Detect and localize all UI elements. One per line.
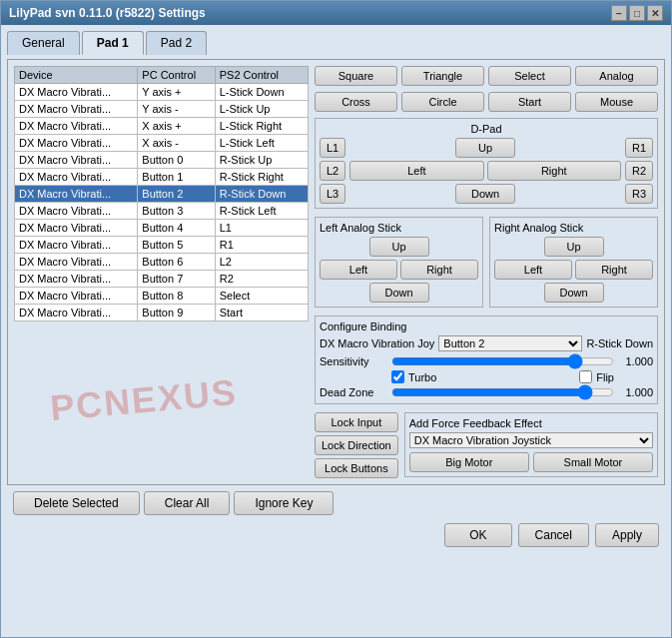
deadzone-slider[interactable] bbox=[391, 385, 614, 399]
col-ps2: PS2 Control bbox=[215, 67, 308, 84]
table-cell-device: DX Macro Vibrati... bbox=[15, 203, 138, 220]
left-analog-up[interactable]: Up bbox=[369, 237, 429, 257]
col-device: Device bbox=[15, 67, 138, 84]
lock-buttons-button[interactable]: Lock Buttons bbox=[315, 458, 398, 478]
dpad-down-button[interactable]: Down bbox=[455, 184, 515, 204]
table-cell-pc: Y axis + bbox=[138, 84, 215, 101]
col-pc: PC Control bbox=[138, 67, 215, 84]
table-row[interactable]: DX Macro Vibrati...Button 4L1 bbox=[15, 220, 309, 237]
delete-selected-button[interactable]: Delete Selected bbox=[13, 491, 140, 515]
right-analog-right[interactable]: Right bbox=[575, 260, 653, 280]
apply-button[interactable]: Apply bbox=[595, 523, 659, 547]
dpad-center: Up Left Right Down bbox=[349, 138, 621, 204]
table-row[interactable]: DX Macro Vibrati...Y axis -L-Stick Up bbox=[15, 101, 309, 118]
left-analog-label: Left Analog Stick bbox=[320, 222, 478, 234]
turbo-label: Turbo bbox=[408, 371, 436, 383]
table-cell-ps2: R-Stick Left bbox=[215, 203, 308, 220]
minimize-button[interactable]: − bbox=[611, 5, 627, 21]
small-motor-button[interactable]: Small Motor bbox=[533, 452, 653, 472]
table-row[interactable]: DX Macro Vibrati...Button 3R-Stick Left bbox=[15, 203, 309, 220]
select-button[interactable]: Select bbox=[488, 66, 571, 86]
maximize-button[interactable]: □ bbox=[629, 5, 645, 21]
dpad-outer: L1 L2 L3 Up Left Right bbox=[320, 138, 653, 204]
right-analog-down[interactable]: Down bbox=[544, 283, 604, 303]
dpad-left-button[interactable]: Left bbox=[349, 161, 483, 181]
table-row[interactable]: DX Macro Vibrati...Button 9Start bbox=[15, 305, 309, 321]
ok-button[interactable]: OK bbox=[444, 523, 511, 547]
lock-direction-button[interactable]: Lock Direction bbox=[315, 435, 398, 455]
table-row[interactable]: DX Macro Vibrati...Button 0R-Stick Up bbox=[15, 152, 309, 169]
right-analog-up[interactable]: Up bbox=[544, 237, 604, 257]
analog-row: Left Analog Stick Up Left Right Down bbox=[315, 217, 658, 308]
table-cell-device: DX Macro Vibrati... bbox=[15, 169, 138, 186]
table-cell-device: DX Macro Vibrati... bbox=[15, 118, 138, 135]
left-analog-section: Left Analog Stick Up Left Right Down bbox=[315, 217, 483, 308]
main-content: Device PC Control PS2 Control DX Macro V… bbox=[7, 59, 665, 485]
table-row[interactable]: DX Macro Vibrati...Button 1R-Stick Right bbox=[15, 169, 309, 186]
big-motor-button[interactable]: Big Motor bbox=[409, 452, 529, 472]
dpad-lr-row: Left Right bbox=[349, 161, 621, 181]
dpad-right-button[interactable]: Right bbox=[487, 161, 621, 181]
left-analog-down[interactable]: Down bbox=[369, 283, 429, 303]
cancel-button[interactable]: Cancel bbox=[518, 523, 589, 547]
flip-checkbox[interactable] bbox=[579, 370, 592, 383]
l1-button[interactable]: L1 bbox=[320, 138, 345, 158]
table-row[interactable]: DX Macro Vibrati...Button 7R2 bbox=[15, 271, 309, 288]
left-analog-down-wrap: Down bbox=[320, 283, 478, 303]
tab-general[interactable]: General bbox=[7, 31, 80, 55]
table-row[interactable]: DX Macro Vibrati...Button 8Select bbox=[15, 288, 309, 305]
table-cell-ps2: R-Stick Up bbox=[215, 152, 308, 169]
table-cell-device: DX Macro Vibrati... bbox=[15, 152, 138, 169]
lock-input-button[interactable]: Lock Input bbox=[315, 412, 398, 432]
table-cell-device: DX Macro Vibrati... bbox=[15, 220, 138, 237]
circle-button[interactable]: Circle bbox=[401, 92, 484, 112]
left-analog-lr: Left Right bbox=[320, 260, 478, 280]
close-button[interactable]: ✕ bbox=[647, 5, 663, 21]
cross-button[interactable]: Cross bbox=[315, 92, 397, 112]
bottom-action-row: Delete Selected Clear All Ignore Key bbox=[7, 485, 665, 519]
table-row[interactable]: DX Macro Vibrati...Button 6L2 bbox=[15, 254, 309, 271]
ignore-key-button[interactable]: Ignore Key bbox=[234, 491, 334, 515]
window-title: LilyPad svn 0.11.0 (r5822) Settings bbox=[9, 6, 206, 20]
l2-button[interactable]: L2 bbox=[320, 161, 345, 181]
table-cell-device: DX Macro Vibrati... bbox=[15, 135, 138, 152]
right-analog-label: Right Analog Stick bbox=[494, 222, 653, 234]
pad-buttons-row1: Square Triangle Select Analog bbox=[315, 66, 658, 86]
analog-button[interactable]: Analog bbox=[575, 66, 658, 86]
force-feedback-device-select[interactable]: DX Macro Vibration Joystick bbox=[409, 432, 653, 448]
force-feedback-section: Add Force Feedback Effect DX Macro Vibra… bbox=[404, 412, 658, 477]
tab-pad2[interactable]: Pad 2 bbox=[146, 31, 207, 55]
clear-all-button[interactable]: Clear All bbox=[144, 491, 231, 515]
table-row[interactable]: DX Macro Vibrati...X axis +L-Stick Right bbox=[15, 118, 309, 135]
mouse-button[interactable]: Mouse bbox=[575, 92, 658, 112]
dpad-down-wrap: Down bbox=[349, 184, 621, 204]
right-analog-left[interactable]: Left bbox=[494, 260, 572, 280]
dpad-up-button[interactable]: Up bbox=[455, 138, 515, 158]
sensitivity-slider[interactable] bbox=[391, 354, 614, 368]
r3-button[interactable]: R3 bbox=[625, 184, 653, 204]
r1-button[interactable]: R1 bbox=[625, 138, 653, 158]
left-analog-left[interactable]: Left bbox=[320, 260, 397, 280]
table-cell-device: DX Macro Vibrati... bbox=[15, 101, 138, 118]
l3-button[interactable]: L3 bbox=[320, 184, 345, 204]
triangle-button[interactable]: Triangle bbox=[401, 66, 484, 86]
table-row[interactable]: DX Macro Vibrati...Button 2R-Stick Down bbox=[15, 186, 309, 203]
square-button[interactable]: Square bbox=[315, 66, 397, 86]
binding-device-row: DX Macro Vibration Joy Button 2 R-Stick … bbox=[320, 335, 653, 351]
table-cell-ps2: L1 bbox=[215, 220, 308, 237]
title-bar: LilyPad svn 0.11.0 (r5822) Settings − □ … bbox=[1, 1, 671, 25]
turbo-checkbox[interactable] bbox=[391, 370, 404, 383]
table-row[interactable]: DX Macro Vibrati...Y axis +L-Stick Down bbox=[15, 84, 309, 101]
left-analog-right[interactable]: Right bbox=[400, 260, 478, 280]
right-analog-up-wrap: Up bbox=[494, 237, 653, 257]
binding-control-select[interactable]: Button 2 bbox=[438, 335, 582, 351]
table-cell-pc: Button 8 bbox=[138, 288, 215, 305]
r2-button[interactable]: R2 bbox=[625, 161, 653, 181]
deadzone-label: Dead Zone bbox=[320, 386, 387, 398]
start-button[interactable]: Start bbox=[488, 92, 571, 112]
tab-pad1[interactable]: Pad 1 bbox=[82, 31, 144, 55]
table-row[interactable]: DX Macro Vibrati...X axis -L-Stick Left bbox=[15, 135, 309, 152]
table-cell-ps2: L2 bbox=[215, 254, 308, 271]
table-row[interactable]: DX Macro Vibrati...Button 5R1 bbox=[15, 237, 309, 254]
table-cell-device: DX Macro Vibrati... bbox=[15, 84, 138, 101]
